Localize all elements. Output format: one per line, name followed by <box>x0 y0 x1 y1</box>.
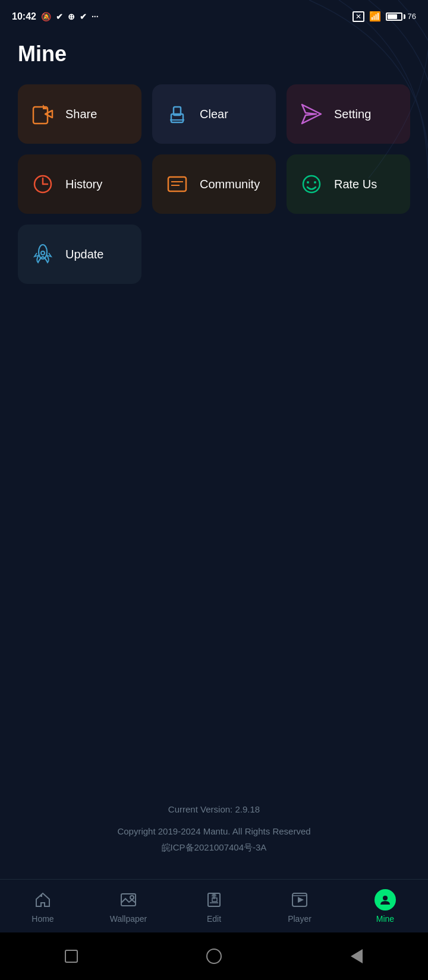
history-label: History <box>65 178 102 191</box>
rateus-label: Rate Us <box>334 178 377 191</box>
more-icon: ··· <box>92 12 99 21</box>
menu-item-update[interactable]: Update <box>18 225 141 284</box>
svg-marker-22 <box>212 898 217 902</box>
player-nav-icon <box>289 889 310 911</box>
clear-label: Clear <box>200 108 228 121</box>
svg-rect-10 <box>168 177 186 191</box>
circle-icon <box>206 949 222 964</box>
cloud-icon: ⊕ <box>68 12 75 21</box>
status-left: 10:42 🔕 ✔ ⊕ ✔ ··· <box>12 11 99 22</box>
home-nav-icon <box>32 889 54 911</box>
back-arrow-icon <box>351 949 363 963</box>
check2-icon: ✔ <box>80 12 87 21</box>
home-nav-label: Home <box>32 914 54 924</box>
nav-item-mine[interactable]: Mine <box>342 889 428 924</box>
svg-point-14 <box>307 181 309 184</box>
menu-item-setting[interactable]: Setting <box>287 84 410 144</box>
menu-grid: Share Clear Setting <box>0 84 428 284</box>
menu-item-clear[interactable]: Clear <box>152 84 276 144</box>
svg-point-15 <box>314 181 316 184</box>
rateus-icon <box>298 171 325 197</box>
svg-line-1 <box>45 110 52 114</box>
nav-item-wallpaper[interactable]: Wallpaper <box>86 889 171 924</box>
edit-nav-icon <box>203 889 225 911</box>
page-title: Mine <box>0 30 428 84</box>
recent-apps-button[interactable] <box>59 944 83 968</box>
setting-label: Setting <box>334 108 371 121</box>
svg-marker-27 <box>298 897 304 903</box>
battery-level: 76 <box>408 12 416 21</box>
status-right: ✕ 📶 76 <box>353 11 416 22</box>
setting-icon <box>298 101 325 127</box>
home-button[interactable] <box>202 944 226 968</box>
wallpaper-nav-label: Wallpaper <box>110 914 147 924</box>
nav-item-edit[interactable]: Edit <box>171 889 257 924</box>
copyright-text: Copyright 2019-2024 Mantu. All Rights Re… <box>0 823 428 839</box>
menu-item-history[interactable]: History <box>18 154 141 214</box>
mine-nav-label: Mine <box>376 914 394 924</box>
wallpaper-nav-icon <box>118 889 139 911</box>
menu-item-rateus[interactable]: Rate Us <box>287 154 410 214</box>
svg-point-20 <box>130 896 134 899</box>
wifi-icon: 📶 <box>369 11 381 22</box>
icp-text: 皖ICP备2021007404号-3A <box>0 839 428 855</box>
community-icon <box>164 171 190 197</box>
menu-item-community[interactable]: Community <box>152 154 276 214</box>
check-icon: ✔ <box>56 12 63 21</box>
x-icon: ✕ <box>353 11 364 22</box>
mine-active-dot <box>374 889 396 911</box>
share-label: Share <box>65 108 97 121</box>
status-bar: 10:42 🔕 ✔ ⊕ ✔ ··· ✕ 📶 76 <box>0 0 428 30</box>
update-icon <box>30 241 56 267</box>
footer-info: Current Version: 2.9.18 Copyright 2019-2… <box>0 801 428 855</box>
svg-point-29 <box>383 896 388 900</box>
square-icon <box>65 950 78 963</box>
version-text: Current Version: 2.9.18 <box>0 801 428 817</box>
nav-item-player[interactable]: Player <box>257 889 342 924</box>
share-icon <box>30 101 56 127</box>
battery-icon: 76 <box>386 12 416 21</box>
nav-item-home[interactable]: Home <box>0 889 86 924</box>
time-display: 10:42 <box>12 11 36 22</box>
svg-rect-0 <box>33 107 48 124</box>
svg-marker-6 <box>302 105 321 124</box>
history-icon <box>30 171 56 197</box>
bottom-nav: Home Wallpaper Edit <box>0 879 428 932</box>
svg-rect-18 <box>40 894 42 897</box>
clear-icon <box>164 101 190 127</box>
back-button[interactable] <box>345 944 369 968</box>
community-label: Community <box>200 178 260 191</box>
mine-nav-icon <box>374 889 396 911</box>
svg-point-17 <box>41 251 45 255</box>
system-nav <box>0 932 428 980</box>
menu-item-share[interactable]: Share <box>18 84 141 144</box>
edit-nav-label: Edit <box>207 914 221 924</box>
player-nav-label: Player <box>288 914 311 924</box>
mute-icon: 🔕 <box>41 12 51 21</box>
update-label: Update <box>65 248 104 261</box>
svg-line-2 <box>45 114 52 118</box>
